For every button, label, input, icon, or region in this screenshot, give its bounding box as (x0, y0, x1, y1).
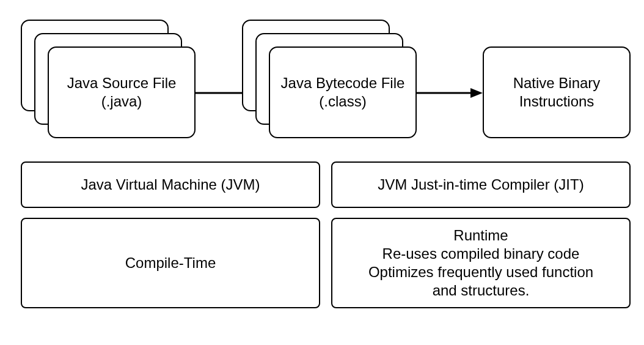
jit-box: JVM Just-in-time Compiler (JIT) (331, 161, 631, 208)
compile-time-box: Compile-Time (21, 218, 320, 308)
compile-time-label: Compile-Time (125, 254, 216, 272)
source-file-line2: (.java) (101, 92, 142, 111)
runtime-title: Runtime (453, 226, 508, 245)
runtime-line2: Optimizes frequently used function (368, 263, 593, 281)
svg-marker-3 (470, 88, 483, 98)
jvm-label: Java Virtual Machine (JVM) (81, 176, 260, 194)
source-file-line1: Java Source File (67, 74, 177, 92)
jit-label: JVM Just-in-time Compiler (JIT) (378, 176, 584, 194)
diagram-canvas: Java Source File (.java) Java Bytecode F… (0, 0, 644, 345)
native-binary-line2: Instructions (519, 92, 595, 111)
bytecode-file-box: Java Bytecode File (.class) (269, 46, 417, 138)
jvm-box: Java Virtual Machine (JVM) (21, 161, 320, 208)
source-file-box: Java Source File (.java) (48, 46, 196, 138)
runtime-line1: Re-uses compiled binary code (382, 245, 580, 263)
runtime-line3: and structures. (433, 281, 530, 300)
arrow-bytecode-to-native (417, 86, 483, 100)
bytecode-file-line2: (.class) (319, 92, 366, 111)
native-binary-line1: Native Binary (513, 74, 601, 92)
bytecode-file-line1: Java Bytecode File (281, 74, 405, 92)
runtime-box: Runtime Re-uses compiled binary code Opt… (331, 218, 631, 308)
native-binary-box: Native Binary Instructions (483, 46, 631, 138)
